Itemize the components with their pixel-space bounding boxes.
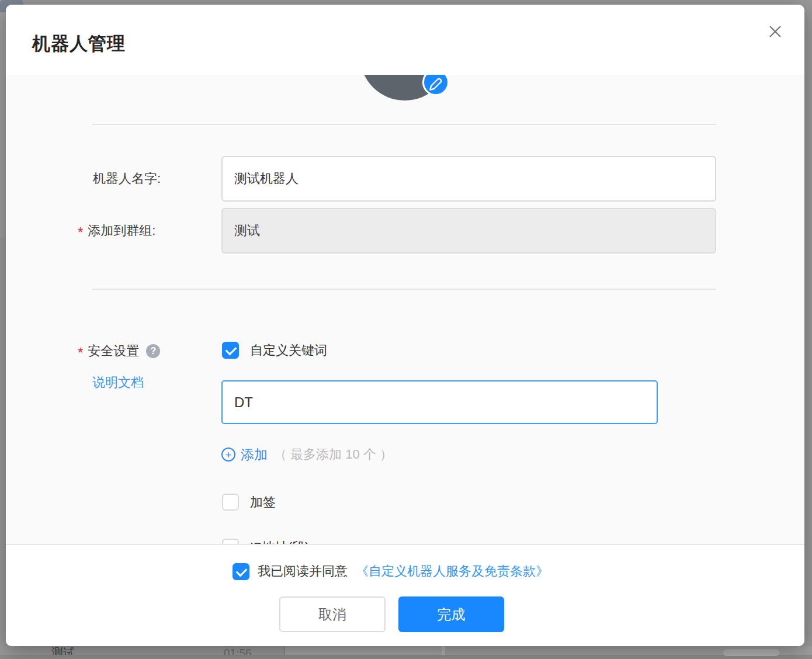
robot-name-input[interactable] [221, 156, 716, 202]
background-bottom-band [0, 655, 812, 659]
robot-name-label: 机器人名字: [93, 156, 161, 202]
agreement-row: 我已阅读并同意 《自定义机器人服务及免责条款》 [233, 563, 549, 580]
security-settings-label: * 安全设置 ? [78, 342, 160, 359]
background-scrollbar [723, 649, 779, 656]
group-label: * 添加到群组: [78, 208, 155, 254]
sign-label: 加签 [250, 494, 276, 511]
screen: 测试 01:56 机器人名字: * 添加到群组: [0, 0, 812, 659]
pencil-icon [424, 86, 447, 96]
ip-address-checkbox[interactable] [222, 539, 239, 544]
keyword-input[interactable] [221, 380, 658, 424]
section-divider [92, 124, 716, 125]
dialog-footer: 我已阅读并同意 《自定义机器人服务及免责条款》 取消 完成 [6, 544, 804, 646]
sign-checkbox[interactable] [222, 494, 239, 511]
add-keyword-button[interactable]: 添加 [241, 446, 268, 464]
dialog-title: 机器人管理 [32, 32, 126, 56]
help-icon[interactable]: ? [146, 344, 160, 358]
add-keyword-row: + 添加 （ 最多添加 10 个 ） [221, 446, 393, 463]
section-divider [92, 289, 716, 290]
security-settings-label-text: 安全设置 [88, 342, 139, 360]
ip-address-label: IP地址(段) [250, 539, 309, 544]
required-asterisk: * [78, 226, 83, 240]
group-input [221, 208, 716, 254]
robot-name-label-text: 机器人名字: [93, 170, 161, 188]
custom-keyword-checkbox[interactable] [222, 342, 239, 359]
edit-avatar-button[interactable] [422, 75, 449, 96]
plus-circle-icon[interactable]: + [221, 448, 235, 462]
required-asterisk: * [78, 346, 83, 360]
dialog-header: 机器人管理 [6, 5, 804, 75]
documentation-link[interactable]: 说明文档 [92, 374, 144, 391]
robot-management-dialog: 机器人名字: * 添加到群组: * 安全设置 ? 说明文档 自定义关键词 + 添… [6, 5, 804, 646]
dialog-body: 机器人名字: * 添加到群组: * 安全设置 ? 说明文档 自定义关键词 + 添… [6, 75, 804, 544]
close-icon[interactable] [767, 23, 783, 40]
group-label-text: 添加到群组: [88, 222, 155, 240]
add-keyword-hint: （ 最多添加 10 个 ） [274, 446, 393, 463]
custom-keyword-label: 自定义关键词 [250, 342, 327, 359]
terms-link[interactable]: 《自定义机器人服务及免责条款》 [356, 563, 549, 580]
agreement-text: 我已阅读并同意 [258, 563, 348, 580]
agreement-checkbox[interactable] [233, 563, 249, 580]
confirm-button[interactable]: 完成 [398, 596, 504, 632]
cancel-button[interactable]: 取消 [279, 596, 386, 632]
